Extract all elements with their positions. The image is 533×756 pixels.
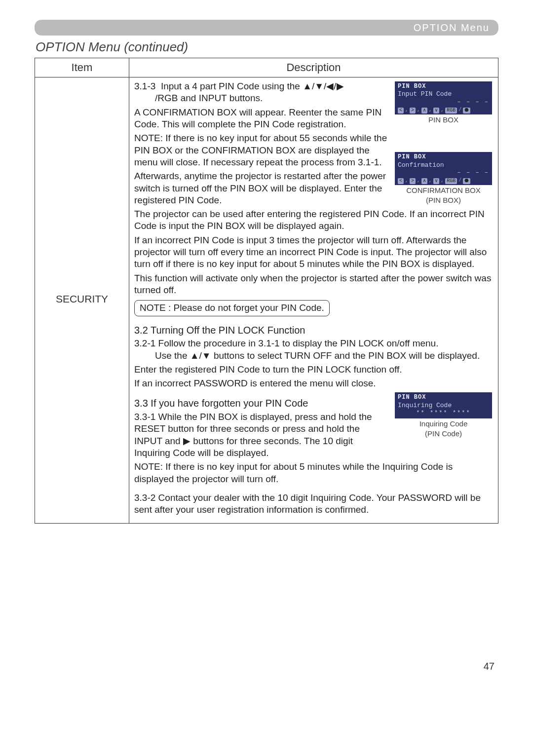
p-321-c: Enter the registered PIN Code to turn th…	[134, 364, 493, 376]
key-down-icon: ∨	[433, 178, 439, 184]
p-321-b: Use the ▲/▼ buttons to select TURN OFF a…	[134, 350, 493, 362]
inquiring-box: PIN BOX Inquiring Code ** **** ****	[395, 392, 492, 418]
p-321-d: If an incorrect PASSWORD is entered the …	[134, 378, 493, 389]
inquiring-diagram: PIN BOX Inquiring Code ** **** **** Inqu…	[395, 392, 492, 438]
p-321: 3.2-1 Follow the procedure in 3.1-1 to d…	[134, 338, 493, 362]
p-332-lead: 3.3-2	[134, 492, 155, 503]
p-313-a: Input a 4 part PIN Code using the ▲/▼/◀/…	[161, 81, 344, 91]
p-313-lead: 3.1-3	[134, 81, 155, 91]
description-cell: PIN BOX Input PIN Code – – – – <, >, ∧, …	[129, 77, 498, 524]
key-rgb: RGB	[445, 178, 457, 184]
col-description: Description	[129, 58, 498, 77]
header-label: OPTION Menu	[414, 22, 490, 34]
pinbox-2-line: Confirmation	[398, 161, 489, 170]
p-331-a: While the PIN BOX is displayed, press an…	[134, 412, 372, 458]
pinbox-1-line: Input PIN Code	[398, 90, 489, 99]
p-321-a: Follow the procedure in 3.1-1 to display…	[158, 338, 439, 348]
pinbox-1-value: – – – –	[398, 99, 489, 106]
p-321-lead: 3.2-1	[134, 338, 155, 348]
inquiring-caption2: (PIN Code)	[395, 429, 492, 438]
pinbox-1-title: PIN BOX	[398, 83, 489, 90]
pinbox-1: PIN BOX Input PIN Code – – – – <, >, ∧, …	[395, 81, 492, 114]
pinbox-2-value: – – – –	[398, 169, 489, 177]
heading-32: 3.2 Turning Off the PIN LOCK Function	[134, 324, 493, 337]
pinbox-2-caption2: (PIN BOX)	[395, 196, 492, 205]
key-right-icon: >	[410, 178, 416, 184]
inquiring-value: ** **** ****	[398, 410, 489, 417]
key-left-icon: <	[398, 108, 404, 113]
section-title: OPTION Menu (continued)	[36, 39, 498, 55]
pinbox-1-keys: <, >, ∧, ∨, RGB/ ⬣	[398, 107, 489, 113]
pinbox-2: PIN BOX Confirmation – – – – <, >, ∧, ∨,…	[395, 152, 492, 185]
key-input-icon: ⬣	[463, 178, 470, 184]
p-313-three: If an incorrect PIN Code is input 3 time…	[134, 234, 493, 270]
pinbox-diagram-2: PIN BOX Confirmation – – – – <, >, ∧, ∨,…	[395, 152, 492, 205]
inquiring-line: Inquiring Code	[398, 402, 489, 410]
key-rgb: RGB	[445, 108, 457, 113]
p-331-note: NOTE: If there is no key input for about…	[134, 461, 493, 485]
p-331-lead: 3.3-1	[134, 412, 155, 422]
pinbox-diagram-1: PIN BOX Input PIN Code – – – – <, >, ∧, …	[395, 81, 492, 124]
header-bar: OPTION Menu	[35, 20, 498, 36]
col-item: Item	[35, 58, 129, 77]
option-table: Item Description SECURITY PIN BOX Input …	[35, 58, 498, 524]
page-number: 47	[484, 661, 495, 672]
key-right-icon: >	[410, 108, 416, 113]
key-down-icon: ∨	[433, 108, 439, 113]
item-cell: SECURITY	[35, 77, 129, 524]
inquiring-caption1: Inquiring Code	[395, 419, 492, 428]
note-box: NOTE : Please do not forget your PIN Cod…	[134, 300, 330, 316]
pinbox-2-title: PIN BOX	[398, 153, 489, 161]
key-up-icon: ∧	[421, 108, 427, 113]
p-313-used: The projector can be used after entering…	[134, 208, 493, 232]
pinbox-2-caption1: CONFIRMATION BOX	[395, 186, 492, 195]
p-332-body: Contact your dealer with the 10 digit In…	[134, 492, 481, 515]
p-332: 3.3-2 Contact your dealer with the 10 di…	[134, 492, 493, 516]
key-input-icon: ⬣	[463, 108, 470, 113]
pinbox-1-caption: PIN BOX	[395, 115, 492, 124]
inquiring-title: PIN BOX	[398, 394, 489, 401]
p-313-activate: This function will activate only when th…	[134, 272, 493, 297]
key-left-icon: <	[398, 178, 404, 184]
pinbox-2-keys: <, >, ∧, ∨, RGB/ ⬣	[398, 178, 489, 184]
key-up-icon: ∧	[421, 178, 427, 184]
